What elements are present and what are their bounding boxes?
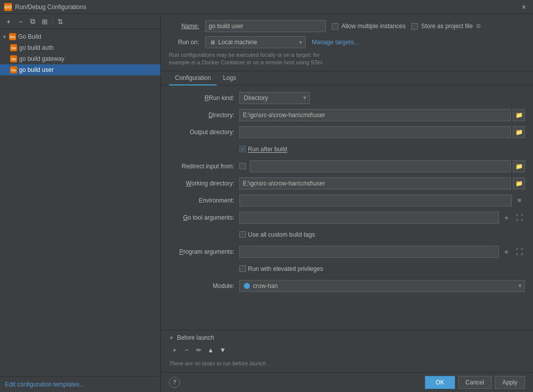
help-button[interactable]: ? <box>169 377 180 388</box>
program-args-label: Program arguments: <box>169 248 239 255</box>
module-value: crow-han <box>253 282 514 289</box>
program-args-row: Program arguments: + ⛶ <box>169 245 525 258</box>
tree-item-label-user: go build user <box>19 66 54 73</box>
program-args-expand-button[interactable]: ⛶ <box>514 246 525 257</box>
bottom-link-area: Edit configuration templates... <box>0 376 160 392</box>
run-on-label: Run on: <box>169 39 199 46</box>
close-button[interactable]: × <box>519 2 529 12</box>
redirect-input-browse-button[interactable]: 📁 <box>513 160 525 172</box>
config-header: Name: Allow multiple instances Store as … <box>161 14 533 71</box>
group-chevron: ▼ <box>2 34 7 40</box>
before-launch-up-button[interactable]: ▲ <box>205 344 216 355</box>
edit-templates-link[interactable]: Edit configuration templates... <box>5 381 84 388</box>
go-tool-args-input[interactable] <box>239 212 499 224</box>
run-kind-label: RRun kind: <box>169 94 239 102</box>
working-dir-input[interactable] <box>239 177 511 189</box>
run-kind-arrow-icon: ▼ <box>302 95 307 101</box>
before-launch-title: Before launch <box>177 334 214 341</box>
name-label: Name: <box>169 23 199 30</box>
redirect-input-field: 📁 <box>239 160 525 172</box>
redirect-input-input[interactable] <box>250 160 511 172</box>
go-gateway-icon: Go <box>10 55 17 62</box>
run-elevated-field: Run with elevated privileges <box>239 265 525 272</box>
go-tool-args-expand-button[interactable]: ⛶ <box>514 212 525 223</box>
go-user-icon: Go <box>10 66 17 73</box>
remove-config-button[interactable]: − <box>15 16 26 27</box>
run-after-build-label: Run after build <box>248 146 287 153</box>
run-kind-dropdown[interactable]: Directory ▼ <box>239 92 310 104</box>
action-buttons: OK Cancel Apply <box>425 376 525 389</box>
before-launch-down-button[interactable]: ▼ <box>217 344 228 355</box>
working-dir-browse-button[interactable]: 📁 <box>513 177 525 189</box>
tab-configuration[interactable]: Configuration <box>169 71 217 85</box>
hint-text: Run configurations may be executed local… <box>169 51 525 67</box>
config-tree: ▼ Go Go Build Go go build auth Go go bui… <box>0 29 160 376</box>
directory-label: Directory: <box>169 112 239 119</box>
add-config-button[interactable]: + <box>3 16 14 27</box>
copy-config-button[interactable]: ⧉ <box>27 16 38 27</box>
run-elevated-checkbox[interactable] <box>239 265 246 272</box>
run-elevated-label: Run with elevated privileges <box>248 265 323 272</box>
module-icon <box>244 283 250 289</box>
dropdown-arrow-icon: ▼ <box>298 40 303 45</box>
output-dir-input[interactable] <box>239 126 511 138</box>
custom-build-tags-row: Use all custom build tags <box>169 228 525 241</box>
run-kind-row: RRun kind: Directory ▼ <box>169 91 525 105</box>
run-kind-field: Directory ▼ <box>239 92 525 104</box>
directory-input[interactable] <box>239 109 511 121</box>
environment-field: ≡ <box>239 194 525 207</box>
redirect-input-row: Redirect input from: 📁 <box>169 160 525 173</box>
before-launch-add-button[interactable]: + <box>169 344 180 355</box>
ok-button[interactable]: OK <box>425 376 455 389</box>
store-as-project-checkbox[interactable] <box>411 23 418 30</box>
module-row: Module: crow-han ▼ <box>169 279 525 292</box>
tree-item-gateway[interactable]: Go go build gateway <box>0 53 160 64</box>
store-as-project-group: Store as project file ⚙ <box>411 23 481 30</box>
run-after-build-checkbox[interactable]: ✓ <box>239 146 246 152</box>
working-dir-label: Working directory: <box>169 180 239 187</box>
redirect-input-checkbox[interactable] <box>239 163 246 169</box>
dialog-title: Run/Debug Configurations <box>15 4 86 11</box>
working-dir-row: Working directory: 📁 <box>169 177 525 190</box>
cancel-button[interactable]: Cancel <box>458 376 492 389</box>
sort-config-button[interactable]: ⇅ <box>55 16 66 27</box>
move-config-button[interactable]: ⊞ <box>39 16 50 27</box>
apply-button[interactable]: Apply <box>495 376 525 389</box>
program-args-add-button[interactable]: + <box>501 246 512 257</box>
manage-targets-link[interactable]: Manage targets... <box>312 39 359 46</box>
tab-logs[interactable]: Logs <box>217 71 242 85</box>
before-launch-edit-button[interactable]: ✏ <box>193 344 204 355</box>
right-panel: Name: Allow multiple instances Store as … <box>161 14 533 392</box>
before-launch-chevron[interactable]: ▼ <box>169 335 174 341</box>
gear-icon[interactable]: ⚙ <box>476 23 481 30</box>
tree-group-go-build[interactable]: ▼ Go Go Build <box>0 31 160 42</box>
before-launch-remove-button[interactable]: − <box>181 344 192 355</box>
program-args-input[interactable] <box>239 246 499 258</box>
environment-input[interactable] <box>239 194 512 207</box>
program-args-field: + ⛶ <box>239 246 525 258</box>
run-kind-value: Directory <box>244 94 299 102</box>
tree-item-user[interactable]: Go go build user <box>0 64 160 75</box>
directory-browse-button[interactable]: 📁 <box>513 109 525 121</box>
allow-multiple-checkbox[interactable] <box>332 23 338 30</box>
tree-item-auth[interactable]: Go go build auth <box>0 42 160 53</box>
run-after-build-row: ✓ Run after build <box>169 143 525 156</box>
go-tool-args-add-button[interactable]: + <box>501 212 512 223</box>
module-dropdown[interactable]: crow-han ▼ <box>239 280 525 292</box>
local-machine-icon: 🖥 <box>210 39 215 45</box>
working-dir-field: 📁 <box>239 177 525 189</box>
run-on-dropdown[interactable]: 🖥 Local machine ▼ <box>205 36 306 48</box>
environment-edit-button[interactable]: ≡ <box>514 195 525 206</box>
tabs-bar: Configuration Logs <box>161 71 533 85</box>
custom-build-tags-checkbox[interactable] <box>239 231 246 238</box>
directory-row: Directory: 📁 <box>169 109 525 122</box>
allow-multiple-group: Allow multiple instances <box>332 23 405 30</box>
output-dir-browse-button[interactable]: 📁 <box>513 126 525 138</box>
tree-item-label-gateway: go build gateway <box>19 55 64 62</box>
run-on-value: Local machine <box>218 39 295 46</box>
left-toolbar: + − ⧉ ⊞ ⇅ <box>0 14 160 29</box>
custom-build-tags-field: Use all custom build tags <box>239 231 525 238</box>
directory-field: 📁 <box>239 109 525 121</box>
bottom-bar: ? OK Cancel Apply <box>161 372 533 392</box>
name-input[interactable] <box>205 20 326 32</box>
